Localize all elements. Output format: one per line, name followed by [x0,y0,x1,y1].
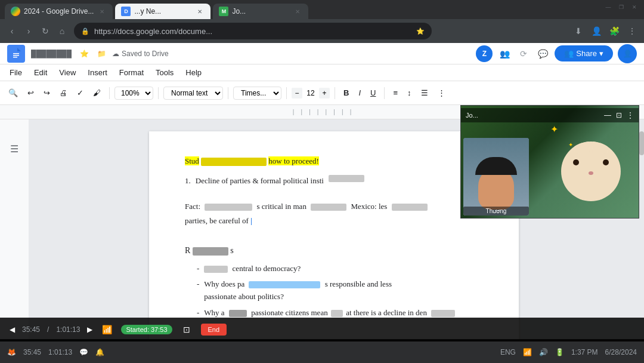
zoom-selector[interactable]: 100% [114,87,153,100]
home-button[interactable]: ⌂ [55,24,69,38]
maximize-button[interactable]: ❐ [617,2,626,12]
status-date: 6/28/2024 [605,348,637,356]
menu-file[interactable]: File [5,67,27,78]
firefox-icon: 🦊 [7,348,16,356]
menu-format[interactable]: Format [114,67,148,78]
bullet-3-start: Why a [204,308,224,317]
sparkle-effect-2: ✦ [568,141,573,148]
bullet-2-cont: passionate about politics? [204,292,284,301]
minimize-button[interactable]: — [603,2,613,12]
spellcheck-btn[interactable]: ✓ [73,85,87,101]
user-avatar[interactable]: Z [476,45,493,62]
meet-prev-btn[interactable]: ◀ [10,325,15,334]
redo-btn[interactable]: ↪ [40,85,54,101]
address-bar[interactable]: 🔒 https://docs.google.com/docume... ⭐ [74,23,432,39]
reload-button[interactable]: ↻ [38,24,52,38]
parties-text: parties, be careful of [185,216,249,225]
status-bar-right: ENG 📶 🔊 🔋 1:37 PM 6/28/2024 [500,348,637,356]
docs-file-name: ████████ [31,50,72,58]
share-button[interactable]: 👥 Share ▾ [555,45,613,61]
doc-fact-line: Fact: s critical in man Mexico: les [185,201,483,213]
browser-toolbar-right: ⬇ 👤 🧩 ⋮ [571,24,639,38]
forward-button[interactable]: › [21,24,36,38]
more-btn[interactable]: ⋮ [434,85,449,101]
cursor-marker: | [250,216,252,225]
menu-help[interactable]: Help [181,67,206,78]
started-badge: Started: 37:53 [121,325,172,334]
docs-favicon: D [121,7,131,16]
tab-docs-close[interactable]: ✕ [195,7,205,16]
tab-drive[interactable]: 2024 - Google Drive... ✕ [5,4,113,19]
menu-edit[interactable]: Edit [29,67,52,78]
account-avatar[interactable]: 👤 [618,44,637,63]
italic-btn[interactable]: I [355,85,364,101]
profile-icon[interactable]: 👤 [589,24,603,38]
list-btn[interactable]: ☰ [417,85,432,101]
underline-btn[interactable]: U [367,85,379,101]
highlighted-text-2: how to proceed! [268,156,318,165]
linespacing-btn[interactable]: ↕ [404,85,415,101]
style-selector[interactable]: Normal text [163,87,223,100]
align-btn[interactable]: ≡ [389,85,401,101]
saved-indicator: ☁ Saved to Drive [112,50,169,58]
doc-sidebar: ☰ [0,119,29,339]
close-button[interactable]: ✕ [630,2,639,12]
settings-icon[interactable]: ⋮ [625,24,639,38]
separator-2 [158,87,159,99]
bullet-3-mid: passionate citizens mean [251,308,328,317]
list-text-1: Decline of parties & formal political in… [196,175,324,187]
font-size-decrease[interactable]: − [292,88,302,99]
download-icon[interactable]: ⬇ [571,24,586,38]
bullet-1-text: central to democracy? [233,264,301,273]
svg-rect-0 [13,53,19,54]
address-bar-row: ‹ › ↻ ⌂ 🔒 https://docs.google.com/docume… [0,19,644,43]
participant-video: Thương [463,138,529,216]
bullet-2-end: s responsible and less [325,279,392,288]
meet-favicon: M [219,7,228,16]
meet-background: Jo... — ⊡ ⋮ Thương [461,106,639,218]
menu-view[interactable]: View [54,67,80,78]
bullet-dash-2: - [197,278,199,303]
signal-icon: 📶 [100,322,114,337]
doc-r-heading: R s [185,244,483,257]
time-total-val: 1:01:13 [56,325,80,334]
battery-status-icon: 🔋 [555,348,564,356]
search-toolbar-btn[interactable]: 🔍 [5,85,21,101]
bold-btn[interactable]: B [340,85,352,101]
history-icon[interactable]: ⟳ [516,47,531,61]
r-heading-end: s [230,246,233,255]
meet-next-btn[interactable]: ▶ [87,325,92,334]
chat-icon[interactable]: 💬 [535,47,550,61]
font-selector[interactable]: Times... [233,87,281,100]
scrollbar-right[interactable] [639,119,644,339]
status-time-elapsed: 35:45 [23,348,41,356]
share-screen-icon[interactable]: ⊡ [179,322,194,337]
docs-container: ████████ ⭐ 📁 ☁ Saved to Drive Z 👥 ⟳ 💬 👥 … [0,43,644,105]
tab-meet-close[interactable]: ✕ [293,7,302,16]
tab-docs[interactable]: D ...y Ne... ✕ [115,4,210,19]
fact-text-2: Mexico: les [351,202,387,211]
undo-btn[interactable]: ↩ [24,85,38,101]
outline-toggle[interactable]: ☰ [10,143,18,155]
notification-icon[interactable]: 🔔 [95,348,104,356]
end-button[interactable]: End [201,324,227,336]
comments-icon[interactable]: 👥 [497,47,512,61]
menu-tools[interactable]: Tools [151,67,178,78]
font-size-increase[interactable]: + [319,88,330,99]
wechat-icon[interactable]: 💬 [79,348,88,356]
docs-top-bar: ████████ ⭐ 📁 ☁ Saved to Drive Z 👥 ⟳ 💬 👥 … [0,43,644,64]
menu-insert[interactable]: Insert [83,67,112,78]
back-button[interactable]: ‹ [5,24,19,38]
separator-5 [335,87,335,99]
doc-highlighted-line: Stud how to proceed! [185,155,483,168]
print-btn[interactable]: 🖨 [56,85,71,101]
meet-overlay: Jo... — ⊡ ⋮ Thương [460,105,639,219]
tab-drive-close[interactable]: ✕ [97,7,107,16]
tab-meet[interactable]: M Jo... ✕ [213,4,308,19]
docs-menu-bar: File Edit View Insert Format Tools Help [0,64,644,81]
scrollbar-thumb[interactable] [639,131,644,155]
extensions-icon[interactable]: 🧩 [607,24,621,38]
font-size-value[interactable]: 12 [304,89,318,97]
paintformat-btn[interactable]: 🖌 [89,85,104,101]
r-heading-start: R [185,246,190,255]
